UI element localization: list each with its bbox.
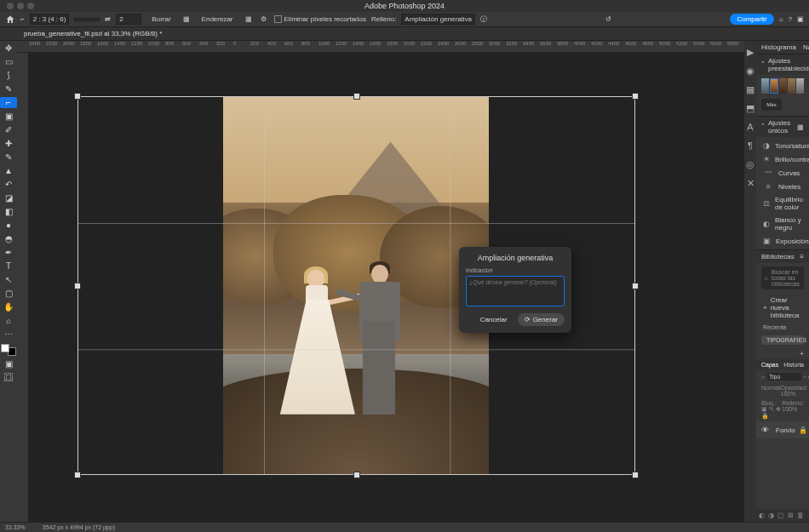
layer-name[interactable]: Fondo: [776, 426, 795, 434]
preset-thumb[interactable]: [779, 78, 787, 94]
fill-value[interactable]: 100%: [782, 406, 797, 412]
brush-tool[interactable]: ✎: [0, 152, 17, 163]
grid-icon[interactable]: ▦: [797, 123, 804, 131]
new-library-button[interactable]: +Crear nueva biblioteca: [756, 293, 809, 323]
filter-type-select[interactable]: [767, 373, 801, 380]
dodge-tool[interactable]: ◓: [0, 233, 17, 244]
screenmode-tool[interactable]: ⿴: [0, 372, 17, 383]
swap-dimensions-icon[interactable]: ⇄: [105, 15, 111, 23]
shape-tool[interactable]: ▢: [0, 288, 17, 299]
frame-tool[interactable]: ▣: [0, 111, 17, 122]
adjustment-item[interactable]: ≡Niveles: [756, 180, 809, 193]
crop-handle-tr[interactable]: [632, 93, 639, 100]
preset-thumb[interactable]: [770, 78, 778, 94]
trash-icon[interactable]: 🗑: [797, 512, 804, 519]
crop-height-input[interactable]: 2: [116, 14, 141, 25]
crop-width-input[interactable]: [74, 18, 100, 21]
share-button[interactable]: Compartir: [730, 14, 773, 25]
single-adjustments-header[interactable]: ˅Ajustes únicos▦: [756, 116, 809, 137]
close-window-icon[interactable]: [7, 3, 14, 9]
dialog-prompt-input[interactable]: ¿Qué desea generar? (Opcional): [466, 276, 565, 306]
crop-ratio-select[interactable]: 2 : 3 (4 : 6): [30, 14, 70, 25]
straighten-button[interactable]: Enderezar: [197, 14, 238, 25]
lock-icons[interactable]: ▣ ✎ ✥ 🔒: [761, 406, 781, 419]
play-icon[interactable]: ▶: [744, 46, 756, 58]
more-presets-button[interactable]: Más: [761, 99, 782, 111]
add-icon[interactable]: +: [800, 350, 804, 358]
history-brush-tool[interactable]: ↶: [0, 179, 17, 190]
document-info[interactable]: 3542 px x 4994 px (72 ppp): [43, 524, 115, 530]
zoom-tool[interactable]: ⌕: [0, 315, 17, 326]
adjustment-layer-icon[interactable]: ◑: [768, 512, 774, 519]
fill-mode-select[interactable]: Ampliación generativa: [401, 14, 475, 25]
opacity-value[interactable]: 100%: [781, 391, 796, 397]
gear-icon[interactable]: ⚙: [259, 14, 269, 25]
home-icon[interactable]: [5, 14, 15, 25]
cancel-button[interactable]: Cancelar: [475, 313, 513, 326]
eyedropper-tool[interactable]: ✐: [0, 124, 17, 135]
filter-image-icon[interactable]: ▫: [804, 374, 806, 380]
move-tool[interactable]: ✥: [0, 43, 17, 54]
edit-toolbar[interactable]: ⋯: [0, 329, 17, 340]
zoom-level[interactable]: 33.33%: [5, 524, 26, 530]
color-swatches[interactable]: [1, 344, 16, 356]
mask-icon[interactable]: ◐: [759, 512, 765, 519]
selection-tool[interactable]: ✎: [0, 83, 17, 94]
layer-row[interactable]: 👁 Fondo 🔒: [756, 421, 809, 438]
help-icon[interactable]: ?: [789, 15, 792, 23]
crop-tool[interactable]: ⌐: [0, 97, 17, 108]
minimize-window-icon[interactable]: [17, 3, 24, 9]
preset-thumb[interactable]: [796, 78, 804, 94]
crop-handle-br[interactable]: [632, 472, 639, 478]
tab-history[interactable]: Historia: [783, 362, 804, 368]
pen-tool[interactable]: ✒: [0, 247, 17, 258]
crop-handle-tm[interactable]: [353, 93, 360, 100]
lasso-tool[interactable]: ⟆: [0, 70, 17, 81]
crop-tool-icon[interactable]: ⌐: [20, 15, 25, 23]
reset-icon[interactable]: ↺: [605, 15, 611, 23]
type-tool[interactable]: T: [0, 260, 17, 272]
type-icon[interactable]: A: [744, 121, 756, 133]
path-tool[interactable]: ↖: [0, 274, 17, 285]
library-search[interactable]: ⌕Buscar en todas las bibliotecas: [761, 266, 804, 289]
blend-mode-select[interactable]: Normal: [761, 385, 781, 397]
hand-tool[interactable]: ✋: [0, 301, 17, 312]
adjustment-item[interactable]: ⚖Equilibrio de color: [756, 193, 809, 214]
crop-handle-bl[interactable]: [74, 472, 81, 478]
delete-cropped-checkbox[interactable]: Eliminar píxeles recortados: [274, 15, 366, 23]
straighten-icon[interactable]: ▦: [181, 14, 192, 25]
canvas[interactable]: Ampliación generativa Indicación ¿Qué de…: [29, 53, 744, 522]
window-controls[interactable]: [0, 3, 34, 9]
marquee-tool[interactable]: ▭: [0, 56, 17, 67]
blur-tool[interactable]: ●: [0, 220, 17, 231]
tab-navigator[interactable]: Navegador: [803, 43, 809, 51]
preset-thumb[interactable]: [788, 78, 795, 94]
libraries-header[interactable]: Bibliotecas≡: [756, 249, 809, 263]
crop-handle-bm[interactable]: [353, 472, 360, 478]
eraser-tool[interactable]: ◪: [0, 192, 17, 203]
library-chip[interactable]: TIPOGRAFIES: [761, 335, 804, 345]
workspace-icon[interactable]: ▣: [797, 15, 804, 23]
actions-icon[interactable]: ◎: [744, 158, 756, 170]
clear-button[interactable]: Borrar: [146, 14, 175, 25]
color-icon[interactable]: ◉: [744, 65, 756, 77]
presets-header[interactable]: ˅Ajustes preestablecidos≡: [756, 54, 809, 75]
search-icon[interactable]: ⌕: [779, 15, 783, 23]
new-layer-icon[interactable]: ⊞: [788, 512, 794, 519]
quickmask-tool[interactable]: ▣: [0, 358, 17, 369]
adjustment-item[interactable]: ◐Blanco y negro: [756, 214, 809, 234]
folder-icon[interactable]: ▢: [777, 512, 784, 519]
lock-icon[interactable]: 🔒: [799, 426, 807, 434]
menu-icon[interactable]: ≡: [800, 253, 804, 260]
crop-handle-ml[interactable]: [74, 283, 81, 289]
swatches-icon[interactable]: ▦: [744, 83, 756, 95]
adjustment-item[interactable]: 〰Curvas: [756, 166, 809, 180]
grid-overlay-icon[interactable]: ▦: [244, 14, 254, 25]
crop-handle-mr[interactable]: [632, 283, 639, 289]
document-tab[interactable]: prueba_generative_fil.psd al 33,3% (RGB/…: [24, 30, 162, 37]
visibility-icon[interactable]: 👁: [761, 426, 769, 434]
search-icon[interactable]: ⌕: [761, 374, 765, 380]
adjustment-item[interactable]: ▣Exposición: [756, 234, 809, 248]
tab-layers[interactable]: Capas: [761, 362, 778, 368]
adjustment-item[interactable]: ☀Brillo/contraste: [756, 152, 809, 166]
